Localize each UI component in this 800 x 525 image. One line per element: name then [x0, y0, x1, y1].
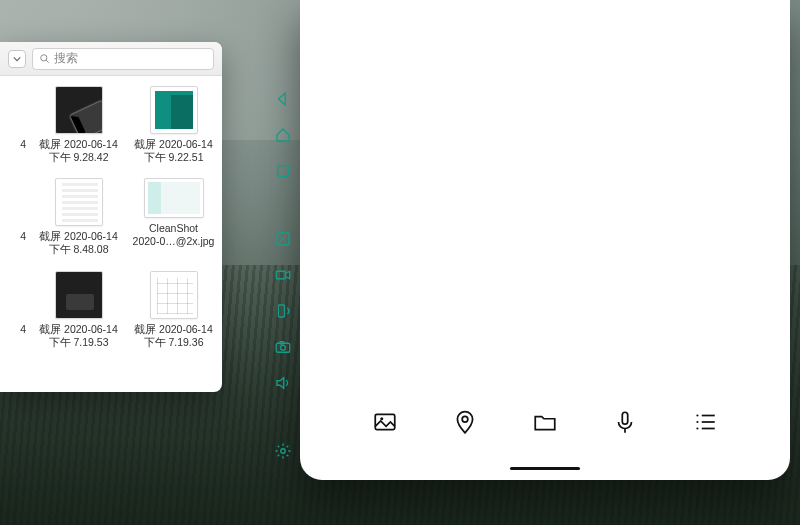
emulator-side-toolbar [268, 88, 298, 462]
file-item[interactable]: 截屏 2020-06-14 下午 9.22.51 [131, 86, 216, 164]
volume-icon[interactable] [272, 372, 294, 394]
svg-line-1 [46, 60, 48, 62]
svg-point-9 [281, 449, 286, 454]
svg-rect-10 [375, 414, 395, 429]
image-icon[interactable] [370, 407, 400, 437]
svg-point-15 [696, 414, 698, 416]
screenshot-icon[interactable] [272, 228, 294, 250]
settings-gear-icon[interactable] [272, 440, 294, 462]
file-item[interactable]: CleanShot 2020-0…@2x.jpg [131, 178, 216, 256]
back-icon[interactable] [272, 88, 294, 110]
folder-icon[interactable] [530, 407, 560, 437]
view-mode-dropdown[interactable] [8, 50, 26, 68]
file-name: CleanShot 2020-0…@2x.jpg [133, 222, 215, 248]
file-name: 截屏 2020-06-14 下午 7.19.36 [134, 323, 213, 349]
file-thumbnail [55, 86, 103, 134]
recents-icon[interactable] [272, 160, 294, 182]
gesture-home-indicator[interactable] [300, 456, 790, 480]
svg-point-16 [696, 421, 698, 423]
file-item[interactable]: 截屏 2020-06-14 下午 7.19.36 [131, 271, 216, 349]
svg-rect-2 [278, 166, 289, 177]
camera-icon[interactable] [272, 336, 294, 358]
phone-emulator-window [300, 0, 790, 480]
partial-item-left: 4 [6, 178, 26, 256]
svg-point-17 [696, 427, 698, 429]
svg-rect-4 [276, 271, 285, 279]
file-thumbnail [55, 178, 103, 226]
svg-point-0 [41, 55, 47, 61]
search-field[interactable]: 搜索 [32, 48, 214, 70]
rotate-icon[interactable] [272, 300, 294, 322]
partial-item-left: 4 [6, 271, 26, 349]
microphone-icon[interactable] [610, 407, 640, 437]
list-icon[interactable] [690, 407, 720, 437]
svg-point-12 [462, 416, 468, 422]
record-icon[interactable] [272, 264, 294, 286]
file-thumbnail [150, 271, 198, 319]
search-placeholder: 搜索 [54, 50, 78, 67]
partial-item-left: 4 [6, 86, 26, 164]
svg-point-7 [281, 345, 286, 350]
finder-icon-grid: 4 截屏 2020-06-14 下午 9.28.42 截屏 2020-06-14… [0, 76, 222, 349]
finder-window: 搜索 4 截屏 2020-06-14 下午 9.28.42 截屏 2020-06… [0, 42, 222, 392]
home-icon[interactable] [272, 124, 294, 146]
svg-rect-13 [622, 412, 627, 424]
file-item[interactable]: 截屏 2020-06-14 下午 7.19.53 [36, 271, 121, 349]
file-name: 截屏 2020-06-14 下午 8.48.08 [39, 230, 118, 256]
svg-rect-5 [279, 305, 285, 317]
file-thumbnail [55, 271, 103, 319]
file-name: 截屏 2020-06-14 下午 9.22.51 [134, 138, 213, 164]
desktop-wallpaper: 搜索 4 截屏 2020-06-14 下午 9.28.42 截屏 2020-06… [0, 0, 800, 525]
finder-toolbar: 搜索 [0, 42, 222, 76]
phone-bottom-area [300, 388, 790, 480]
file-thumbnail [144, 178, 204, 218]
file-name: 截屏 2020-06-14 下午 7.19.53 [39, 323, 118, 349]
file-thumbnail [150, 86, 198, 134]
file-item[interactable]: 截屏 2020-06-14 下午 9.28.42 [36, 86, 121, 164]
compose-attachment-bar [300, 388, 790, 456]
location-pin-icon[interactable] [450, 407, 480, 437]
svg-point-11 [380, 417, 383, 420]
file-name: 截屏 2020-06-14 下午 9.28.42 [39, 138, 118, 164]
file-item[interactable]: 截屏 2020-06-14 下午 8.48.08 [36, 178, 121, 256]
